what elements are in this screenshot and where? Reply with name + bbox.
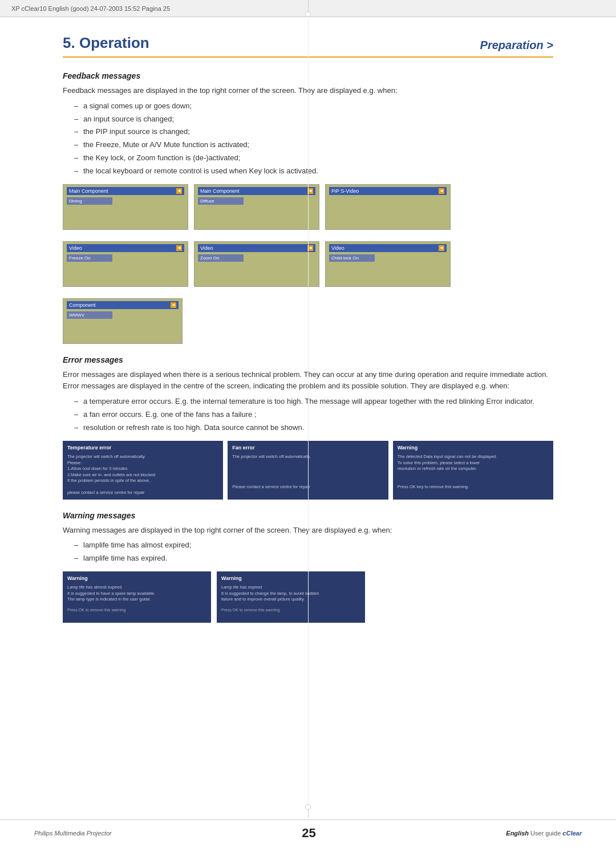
warning-box-1-press: Press OK to remove this warning bbox=[67, 607, 206, 614]
screenshot-6-header: Video ◄ bbox=[329, 244, 447, 252]
screenshot-2: Main Component ◄ Diffuse bbox=[194, 184, 319, 230]
error-bullet-1: a temperature error occurs. E.g. the int… bbox=[74, 396, 553, 408]
screenshot-3-title: PiP S-Video bbox=[331, 188, 359, 194]
feedback-bullet-6: the local keyboard or remote control is … bbox=[74, 165, 553, 177]
screenshot-3-header: PiP S-Video ◄ bbox=[329, 187, 447, 195]
screenshot-7-header: Component ◄ bbox=[67, 301, 179, 309]
footer-right: English User guide cClear bbox=[506, 830, 582, 837]
warning-bullet-1: lamplife time has almost expired; bbox=[74, 539, 553, 551]
feedback-bullet-1: a signal comes up or goes down; bbox=[74, 100, 553, 112]
screenshot-4: Video ◄ Freeze On bbox=[63, 241, 188, 287]
feedback-bullet-5: the Key lock, or Zoom function is (de-)a… bbox=[74, 152, 553, 164]
error-box-3-body: The detected Data input signal can not b… bbox=[398, 454, 549, 490]
footer-brand: Philips Multimedia Projector bbox=[34, 830, 112, 837]
screenshot-1: Main Component ◄ Dining bbox=[63, 184, 188, 230]
warning-box-1: Warning Lamp life has almost expired It … bbox=[63, 571, 211, 623]
screenshot-6-title: Video bbox=[331, 245, 345, 251]
screenshot-5-sub: Zoom On bbox=[198, 254, 244, 262]
footer-cclear: cClear bbox=[562, 830, 582, 837]
screenshot-5-header: Video ◄ bbox=[198, 244, 315, 252]
bottom-crosshair bbox=[305, 804, 311, 818]
screenshot-7-arrow: ◄ bbox=[171, 302, 176, 308]
crosshair-line-bottom bbox=[308, 810, 309, 818]
screenshot-1-header: Main Component ◄ bbox=[67, 187, 184, 195]
top-bar-text: XP cClear10 English (good) 24-07-2003 15… bbox=[11, 5, 170, 12]
warning-box-1-body: Lamp life has almost expired It is sugge… bbox=[67, 585, 206, 603]
screenshot-5-title: Video bbox=[200, 245, 213, 251]
screenshot-6: Video ◄ Child-lock On bbox=[325, 241, 451, 287]
footer-guide-text: User guide bbox=[530, 830, 561, 837]
screenshot-4-sub: Freeze On bbox=[67, 254, 112, 262]
screenshot-3-arrow: ◄ bbox=[439, 188, 444, 194]
error-box-3-title: Warning bbox=[398, 444, 549, 452]
error-box-1-body: The projector will switch off automatica… bbox=[67, 454, 218, 496]
warning-box-2: Warning Lamp life has expired It is sugg… bbox=[217, 571, 365, 623]
footer: Philips Multimedia Projector 25 English … bbox=[0, 819, 616, 841]
screenshot-1-arrow: ◄ bbox=[176, 188, 182, 194]
warning-bullet-2: lamplife time has expired. bbox=[74, 553, 553, 565]
footer-lang: English bbox=[506, 830, 529, 837]
crosshair-line-top bbox=[308, 0, 309, 11]
warning-box-2-press: Press OK to remove this warning bbox=[221, 607, 360, 614]
screenshot-7: Component ◄ WMWV bbox=[63, 298, 183, 344]
screenshot-6-sub: Child-lock On bbox=[329, 254, 375, 262]
feedback-bullets: a signal comes up or goes down; an input… bbox=[74, 100, 553, 177]
error-bullet-2: a fan error occurs. E.g. one of the fans… bbox=[74, 409, 553, 421]
warning-box-2-body: Lamp life has expired It is suggested to… bbox=[221, 585, 360, 603]
screenshot-6-arrow: ◄ bbox=[439, 245, 444, 251]
warning-box-2-title: Warning bbox=[221, 575, 360, 583]
screenshot-5: Video ◄ Zoom On bbox=[194, 241, 319, 287]
error-box-1-title: Temperature error bbox=[67, 444, 218, 452]
top-crosshair bbox=[305, 0, 311, 17]
feedback-bullet-3: the PIP input source is changed; bbox=[74, 126, 553, 138]
warning-box-1-title: Warning bbox=[67, 575, 206, 583]
screenshot-4-arrow: ◄ bbox=[176, 245, 182, 251]
error-bullets: a temperature error occurs. E.g. the int… bbox=[74, 396, 553, 433]
page-title: 5. Operation bbox=[63, 34, 149, 52]
screenshot-2-header: Main Component ◄ bbox=[198, 187, 315, 195]
screenshot-4-header: Video ◄ bbox=[67, 244, 184, 252]
feedback-bullet-2: an input source is changed; bbox=[74, 113, 553, 125]
screenshot-1-sub: Dining bbox=[67, 197, 112, 205]
screenshot-3: PiP S-Video ◄ bbox=[325, 184, 451, 230]
screenshot-2-sub: Diffuse bbox=[198, 197, 244, 205]
warning-bullets: lamplife time has almost expired; lampli… bbox=[74, 539, 553, 565]
error-box-1: Temperature error The projector will swi… bbox=[63, 441, 223, 500]
page-breadcrumb: Preparation > bbox=[480, 39, 553, 52]
feedback-bullet-4: the Freeze, Mute or A/V Mute function is… bbox=[74, 139, 553, 151]
footer-page: 25 bbox=[302, 826, 315, 841]
screenshot-4-title: Video bbox=[69, 245, 82, 251]
crosshair-circle bbox=[305, 11, 311, 17]
error-box-3: Warning The detected Data input signal c… bbox=[393, 441, 553, 500]
screenshot-7-sub: WMWV bbox=[67, 311, 112, 319]
screenshot-7-title: Component bbox=[69, 302, 96, 308]
screenshot-2-title: Main Component bbox=[200, 188, 240, 194]
error-bullet-3: resolution or refresh rate is too high. … bbox=[74, 422, 553, 434]
center-line bbox=[308, 17, 309, 806]
bottom-crosshair-circle bbox=[305, 804, 311, 810]
screenshot-1-title: Main Component bbox=[69, 188, 108, 194]
